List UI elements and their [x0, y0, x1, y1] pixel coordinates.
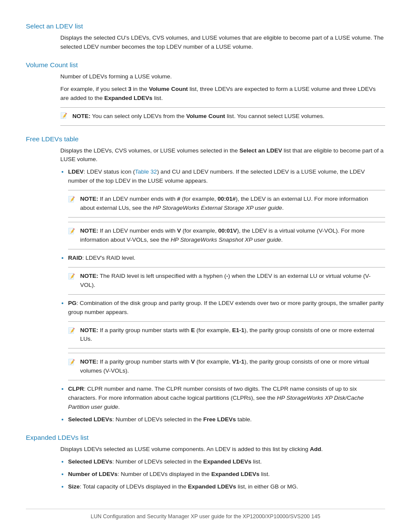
- bullet-clpr-text: CLPR: CLPR number and name. The CLPR num…: [68, 386, 364, 410]
- pg-note1-text: NOTE: If a parity group number starts wi…: [80, 326, 380, 344]
- expanded-ldevs-para: Displays LDEVs selected as LUSE volume c…: [60, 445, 385, 454]
- heading-volume-count-list: Volume Count list: [26, 61, 385, 69]
- volume-count-note: 📝 NOTE: You can select only LDEVs from t…: [60, 107, 385, 126]
- heading-free-ldevs-table: Free LDEVs table: [26, 135, 385, 143]
- bullet-selected-ldevs-expanded: Selected LDEVs: Number of LDEVs selected…: [68, 457, 385, 467]
- bullet-size: Size: Total capacity of LDEVs displayed …: [68, 482, 385, 492]
- section-body-select-ldev-list: Displays the selected CU's LDEVs, CVS vo…: [60, 34, 385, 52]
- note-book-icon-ldev2: 📝: [68, 227, 78, 236]
- volume-count-para2: For example, if you select 3 in the Volu…: [60, 85, 385, 103]
- bullet-pg: PG: Combination of the disk group and pa…: [68, 299, 385, 381]
- expanded-ldevs-bullet-list: Selected LDEVs: Number of LDEVs selected…: [68, 457, 385, 492]
- bullet-number-of-ldevs-text: Number of LDEVs: Number of LDEVs display…: [68, 471, 270, 477]
- bullet-raid: RAID: LDEV's RAID level. 📝 NOTE: The RAI…: [68, 254, 385, 295]
- heading-expanded-ldevs-list: Expanded LDEVs list: [26, 434, 385, 442]
- page-footer: LUN Configuration and Security Manager X…: [26, 509, 385, 520]
- ldev-note1-text: NOTE: If an LDEV number ends with # (for…: [80, 195, 380, 213]
- bullet-selected-ldevs-free: Selected LDEVs: Number of LDEVs selected…: [68, 415, 385, 424]
- footer-text: LUN Configuration and Security Manager X…: [91, 513, 321, 520]
- bullet-selected-ldevs-expanded-text: Selected LDEVs: Number of LDEVs selected…: [68, 458, 262, 465]
- raid-note: 📝 NOTE: The RAID level is left unspecifi…: [68, 267, 385, 295]
- select-ldev-para: Displays the selected CU's LDEVs, CVS vo…: [60, 34, 385, 52]
- free-ldevs-bullet-list: LDEV: LDEV status icon (Table 32) and CU…: [68, 168, 385, 424]
- section-body-volume-count-list: Number of LDEVs forming a LUSE volume. F…: [60, 72, 385, 126]
- bullet-ldev-text: LDEV: LDEV status icon (Table 32) and CU…: [68, 168, 365, 184]
- volume-count-note-text: NOTE: You can select only LDEVs from the…: [72, 112, 324, 121]
- bullet-clpr: CLPR: CLPR number and name. The CLPR num…: [68, 385, 385, 412]
- bullet-raid-text: RAID: LDEV's RAID level.: [68, 255, 135, 261]
- bullet-ldev: LDEV: LDEV status icon (Table 32) and CU…: [68, 168, 385, 249]
- page-content: Select an LDEV list Displays the selecte…: [26, 22, 385, 520]
- note-book-icon-pg2: 📝: [68, 358, 78, 367]
- bullet-size-text: Size: Total capacity of LDEVs displayed …: [68, 483, 298, 490]
- note-book-icon-pg1: 📝: [68, 327, 78, 335]
- bullet-pg-text: PG: Combination of the disk group and pa…: [68, 300, 383, 315]
- free-ldevs-para: Displays the LDEVs, CVS volumes, or LUSE…: [60, 146, 385, 165]
- section-body-expanded-ldevs-list: Displays LDEVs selected as LUSE volume c…: [60, 445, 385, 492]
- table32-link[interactable]: Table 32: [135, 168, 157, 175]
- pg-note1: 📝 NOTE: If a parity group number starts …: [68, 321, 385, 349]
- pg-note2: 📝 NOTE: If a parity group number starts …: [68, 353, 385, 380]
- bullet-number-of-ldevs: Number of LDEVs: Number of LDEVs display…: [68, 470, 385, 479]
- pg-note2-text: NOTE: If a parity group number starts wi…: [80, 358, 380, 376]
- section-body-free-ldevs-table: Displays the LDEVs, CVS volumes, or LUSE…: [60, 146, 385, 424]
- heading-select-ldev-list: Select an LDEV list: [26, 22, 385, 30]
- ldev-note2-text: NOTE: If an LDEV number ends with V (for…: [80, 227, 380, 245]
- ldev-note1: 📝 NOTE: If an LDEV number ends with # (f…: [68, 190, 385, 218]
- note-book-icon: 📝: [60, 112, 70, 119]
- ldev-note2: 📝 NOTE: If an LDEV number ends with V (f…: [68, 222, 385, 249]
- note-book-icon-raid: 📝: [68, 272, 78, 281]
- note-book-icon-ldev1: 📝: [68, 195, 78, 204]
- raid-note-text: NOTE: The RAID level is left unspecified…: [80, 272, 380, 290]
- bullet-selected-ldevs-free-text: Selected LDEVs: Number of LDEVs selected…: [68, 416, 252, 423]
- volume-count-para1: Number of LDEVs forming a LUSE volume.: [60, 72, 385, 81]
